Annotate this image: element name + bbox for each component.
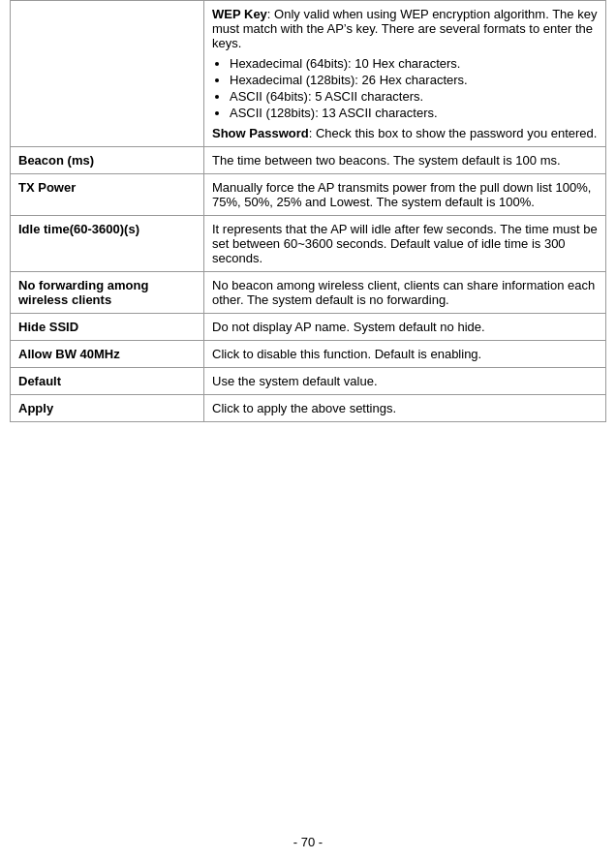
table-row: Default Use the system default value. bbox=[11, 368, 606, 395]
wep-key-label-cell bbox=[11, 1, 204, 147]
apply-label: Apply bbox=[11, 395, 204, 422]
tx-power-desc: Manually force the AP transmits power fr… bbox=[204, 174, 606, 216]
wep-key-paragraph: WEP Key: Only valid when using WEP encry… bbox=[212, 7, 598, 50]
settings-table: WEP Key: Only valid when using WEP encry… bbox=[10, 0, 606, 422]
list-item: ASCII (128bits): 13 ASCII characters. bbox=[230, 106, 598, 120]
default-label: Default bbox=[11, 368, 204, 395]
allow-bw-label: Allow BW 40MHz bbox=[11, 341, 204, 368]
show-password-paragraph: Show Password: Check this box to show th… bbox=[212, 126, 598, 140]
list-item: Hexadecimal (64bits): 10 Hex characters. bbox=[230, 56, 598, 71]
apply-desc: Click to apply the above settings. bbox=[204, 395, 606, 422]
table-row: Idle time(60-3600)(s) It represents that… bbox=[11, 216, 606, 272]
no-forwarding-label: No forwarding among wireless clients bbox=[11, 272, 204, 314]
idle-time-label: Idle time(60-3600)(s) bbox=[11, 216, 204, 272]
hide-ssid-desc: Do not display AP name. System default n… bbox=[204, 314, 606, 341]
tx-power-label: TX Power bbox=[11, 174, 204, 216]
wep-key-bullets: Hexadecimal (64bits): 10 Hex characters.… bbox=[230, 56, 598, 120]
table-row: Beacon (ms) The time between two beacons… bbox=[11, 147, 606, 174]
show-password-suffix: : Check this box to show the password yo… bbox=[309, 126, 598, 140]
beacon-label: Beacon (ms) bbox=[11, 147, 204, 174]
idle-time-desc: It represents that the AP will idle afte… bbox=[204, 216, 606, 272]
wep-key-desc-cell: WEP Key: Only valid when using WEP encry… bbox=[204, 1, 606, 147]
list-item: ASCII (64bits): 5 ASCII characters. bbox=[230, 89, 598, 104]
wep-key-bold: WEP Key bbox=[212, 7, 267, 21]
allow-bw-desc: Click to disable this function. Default … bbox=[204, 341, 606, 368]
no-forwarding-desc: No beacon among wireless client, clients… bbox=[204, 272, 606, 314]
hide-ssid-label: Hide SSID bbox=[11, 314, 204, 341]
table-row: No forwarding among wireless clients No … bbox=[11, 272, 606, 314]
table-row: Apply Click to apply the above settings. bbox=[11, 395, 606, 422]
table-row: Allow BW 40MHz Click to disable this fun… bbox=[11, 341, 606, 368]
show-password-bold: Show Password bbox=[212, 126, 309, 140]
default-desc: Use the system default value. bbox=[204, 368, 606, 395]
table-row: WEP Key: Only valid when using WEP encry… bbox=[11, 1, 606, 147]
table-row: TX Power Manually force the AP transmits… bbox=[11, 174, 606, 216]
wep-key-suffix: : Only valid when using WEP encryption a… bbox=[212, 7, 597, 50]
page-wrapper: WEP Key: Only valid when using WEP encry… bbox=[0, 0, 616, 819]
table-row: Hide SSID Do not display AP name. System… bbox=[11, 314, 606, 341]
page-footer: - 70 - bbox=[0, 819, 616, 859]
beacon-desc: The time between two beacons. The system… bbox=[204, 147, 606, 174]
page-number: - 70 - bbox=[293, 835, 323, 849]
list-item: Hexadecimal (128bits): 26 Hex characters… bbox=[230, 73, 598, 87]
